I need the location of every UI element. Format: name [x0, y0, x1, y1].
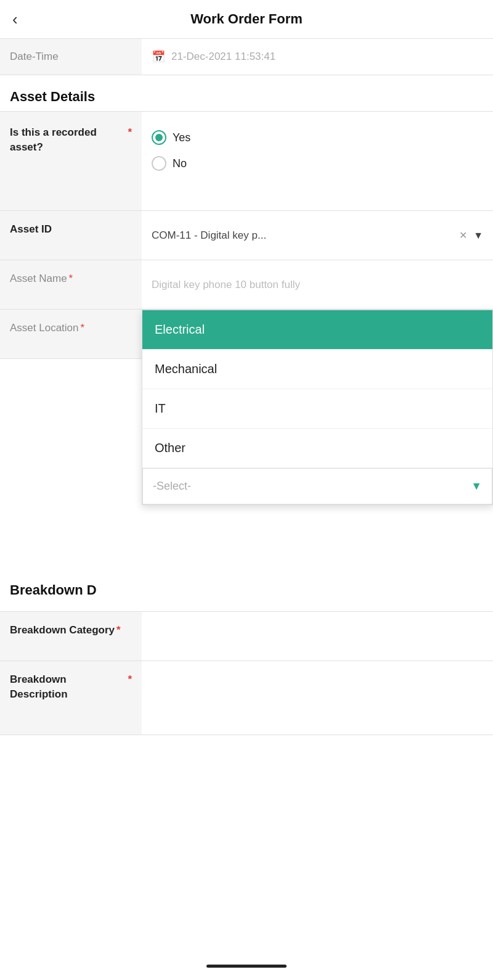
asset-name-value: Digital key phone 10 button fully [142, 260, 493, 309]
asset-id-clear-icon[interactable]: ✕ [459, 229, 467, 241]
recorded-asset-required: * [128, 125, 132, 140]
breakdown-description-required: * [128, 672, 132, 687]
breakdown-details-heading-row: Breakdown D [0, 569, 493, 612]
asset-name-required: * [69, 271, 73, 286]
asset-name-row: Asset Name * Digital key phone 10 button… [0, 260, 493, 310]
asset-id-label: Asset ID [0, 211, 142, 260]
breakdown-category-row: Breakdown Category * [0, 612, 493, 661]
breakdown-description-label-text: Breakdown Description [10, 672, 126, 702]
recorded-asset-label: Is this a recorded asset? * [0, 112, 142, 210]
breakdown-category-select[interactable]: -Select- ▼ [142, 468, 492, 504]
dropdown-item-mechanical[interactable]: Mechanical [142, 350, 492, 389]
breakdown-details-heading: Breakdown D [0, 572, 107, 608]
asset-name-placeholder: Digital key phone 10 button fully [152, 279, 300, 291]
radio-no-circle[interactable] [152, 156, 166, 171]
radio-yes-circle[interactable] [152, 130, 166, 145]
datetime-label: Date-Time [0, 39, 142, 75]
dropdown-item-it[interactable]: IT [142, 389, 492, 429]
asset-id-value[interactable]: COM-11 - Digital key p... ✕ ▼ [142, 211, 493, 260]
asset-location-label-text: Asset Location [10, 321, 79, 336]
radio-yes-label: Yes [173, 131, 190, 144]
radio-no[interactable]: No [152, 156, 190, 171]
asset-id-dropdown[interactable]: COM-11 - Digital key p... ✕ ▼ [152, 229, 483, 242]
breakdown-description-row: Breakdown Description * [0, 661, 493, 735]
datetime-text: 21-Dec-2021 11:53:41 [171, 51, 275, 63]
asset-id-row: Asset ID COM-11 - Digital key p... ✕ ▼ [0, 211, 493, 260]
radio-yes[interactable]: Yes [152, 130, 190, 145]
breakdown-category-value [142, 612, 493, 661]
select-chevron-icon: ▼ [471, 480, 482, 493]
select-placeholder: -Select- [153, 480, 191, 493]
calendar-icon: 📅 [152, 50, 165, 64]
asset-id-text: COM-11 - Digital key p... [152, 229, 453, 242]
recorded-asset-row: Is this a recorded asset? * Yes No [0, 112, 493, 211]
asset-location-label: Asset Location * [0, 310, 142, 358]
recorded-asset-value: Yes No [142, 112, 493, 210]
asset-id-chevron-icon[interactable]: ▼ [473, 230, 483, 241]
breakdown-description-label: Breakdown Description * [0, 661, 142, 735]
recorded-asset-label-text: Is this a recorded asset? [10, 125, 126, 155]
radio-group: Yes No [152, 118, 190, 183]
breakdown-category-label-text: Breakdown Category [10, 623, 115, 638]
header: ‹ Work Order Form [0, 0, 493, 39]
asset-name-label: Asset Name * [0, 260, 142, 309]
radio-no-label: No [173, 157, 187, 170]
bottom-nav-bar [206, 965, 287, 968]
page-title: Work Order Form [190, 11, 303, 27]
back-button[interactable]: ‹ [12, 11, 18, 27]
asset-name-label-text: Asset Name [10, 271, 67, 286]
breakdown-description-value[interactable] [142, 661, 493, 735]
dropdown-item-other[interactable]: Other [142, 429, 492, 468]
asset-location-dropdown: Electrical Mechanical IT Other -Select- … [142, 310, 493, 505]
dropdown-item-electrical[interactable]: Electrical [142, 310, 492, 350]
asset-location-required: * [81, 321, 85, 336]
breakdown-category-required: * [116, 623, 121, 638]
asset-location-row: Asset Location * Electrical Mechanical I… [0, 310, 493, 359]
datetime-row: Date-Time 📅 21-Dec-2021 11:53:41 [0, 39, 493, 75]
breakdown-category-label: Breakdown Category * [0, 612, 142, 661]
datetime-value[interactable]: 📅 21-Dec-2021 11:53:41 [142, 39, 493, 75]
asset-details-heading: Asset Details [0, 75, 493, 112]
